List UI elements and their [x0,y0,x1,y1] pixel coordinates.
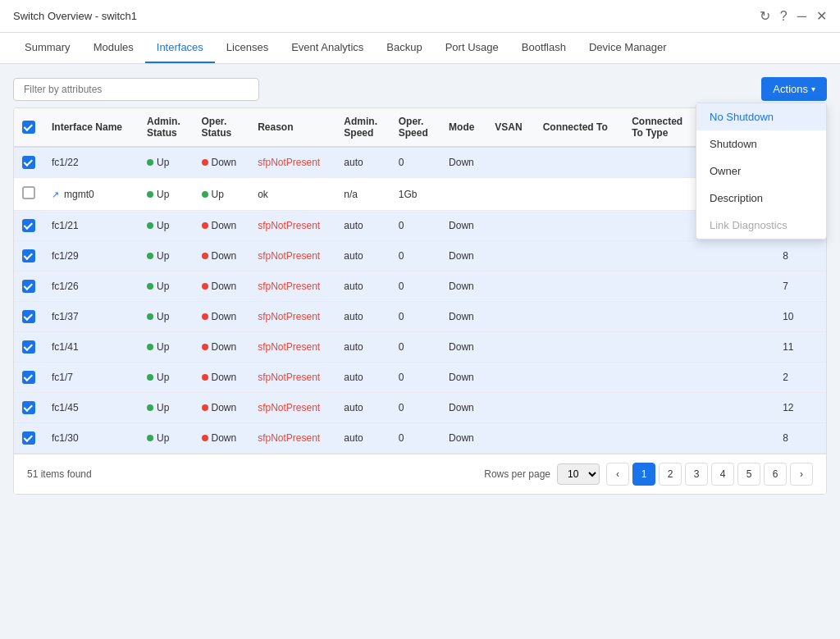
row-reason: sfpNotPresent [249,211,336,241]
row-checkbox-cell[interactable] [14,302,43,332]
chevron-down-icon: ▾ [811,84,815,94]
interface-name: fc1/37 [52,311,79,322]
tab-device-manager[interactable]: Device Manager [578,33,678,63]
row-checkbox[interactable] [22,401,35,414]
tab-backup[interactable]: Backup [375,33,433,63]
row-checkbox-cell[interactable] [14,241,43,272]
tab-summary[interactable]: Summary [13,33,82,63]
oper-status-dot [202,191,208,198]
rows-per-page-container: Rows per page 10 25 50 ‹ 1 2 3 4 5 6 › [484,463,813,486]
row-checkbox-cell[interactable] [14,178,43,211]
row-owner: 11 [774,332,826,363]
row-oper-speed: 0 [390,272,441,302]
tab-bootflash[interactable]: Bootflash [510,33,578,63]
row-mode: Down [441,241,486,272]
row-oper-speed: 0 [390,423,441,454]
rows-per-page-select[interactable]: 10 25 50 [557,463,600,485]
admin-status-dot [147,159,153,166]
row-checkbox-cell[interactable] [14,363,43,393]
row-connected-to-type [623,272,697,302]
interface-name: fc1/45 [52,402,79,413]
row-checkbox-cell[interactable] [14,272,43,302]
oper-status-dot [202,404,208,411]
minimize-icon[interactable]: ─ [797,9,806,24]
row-checkbox[interactable] [22,371,35,384]
select-all-checkbox[interactable] [22,121,35,134]
tab-licenses[interactable]: Licenses [215,33,280,63]
page-5-button[interactable]: 5 [737,463,760,486]
actions-button[interactable]: Actions ▾ [761,77,827,101]
table-footer: 51 items found Rows per page 10 25 50 ‹ … [14,454,826,494]
row-oper-speed: 0 [390,211,441,241]
page-2-button[interactable]: 2 [659,463,682,486]
row-connected-to-type [623,178,697,211]
row-mode: Down [441,332,486,363]
col-interface-name: Interface Name [43,108,139,147]
row-checkbox[interactable] [22,340,35,354]
dropdown-item-shutdown[interactable]: Shutdown [696,130,826,157]
col-reason: Reason [249,108,336,147]
row-connected-to [535,423,624,454]
page-3-button[interactable]: 3 [685,463,708,486]
row-connected-to-type [623,423,697,454]
row-admin-speed: auto [336,272,390,302]
row-checkbox[interactable] [22,249,35,262]
page-4-button[interactable]: 4 [711,463,734,486]
reason-text: sfpNotPresent [258,372,320,383]
rows-per-page-label: Rows per page [484,468,550,480]
row-connected-to-type [623,302,697,332]
row-checkbox-cell[interactable] [14,393,43,423]
help-icon[interactable]: ? [780,9,788,24]
tab-modules[interactable]: Modules [82,33,145,63]
tab-interfaces[interactable]: Interfaces [145,33,215,63]
row-reason: sfpNotPresent [249,393,336,423]
row-vsan [486,393,534,423]
row-reason: sfpNotPresent [249,241,336,272]
interface-name: fc1/30 [52,432,79,444]
row-checkbox-cell[interactable] [14,423,43,454]
row-checkbox-cell[interactable] [14,332,43,363]
row-checkbox[interactable] [22,219,35,232]
row-checkbox-cell[interactable] [14,147,43,178]
window-controls: ↻ ? ─ ✕ [760,8,827,24]
actions-container: Actions ▾ No Shutdown Shutdown Owner Des… [761,77,827,101]
row-owner: 2 [774,363,826,393]
row-owner: 8 [774,423,826,454]
row-description [697,272,774,302]
dropdown-item-owner[interactable]: Owner [696,157,826,185]
row-vsan [486,241,534,272]
actions-dropdown: No Shutdown Shutdown Owner Description L… [696,103,827,240]
page-1-button[interactable]: 1 [632,463,655,486]
row-connected-to [535,211,624,241]
row-mode: Down [441,211,486,241]
filter-input[interactable] [13,78,259,101]
select-all-header[interactable] [14,108,43,147]
prev-page-button[interactable]: ‹ [606,463,629,486]
row-checkbox[interactable] [22,280,35,293]
row-checkbox[interactable] [22,310,35,323]
dropdown-item-no-shutdown[interactable]: No Shutdown [696,103,826,130]
interface-name: fc1/7 [52,372,73,383]
next-page-button[interactable]: › [790,463,813,486]
dropdown-item-description[interactable]: Description [696,185,826,212]
row-description [697,363,774,393]
row-interface: fc1/21 [43,211,139,241]
row-oper-status: Down [194,302,250,332]
close-icon[interactable]: ✕ [816,8,827,24]
page-6-button[interactable]: 6 [764,463,787,486]
row-checkbox[interactable] [22,156,35,169]
refresh-icon[interactable]: ↻ [760,8,770,24]
row-checkbox-cell[interactable] [14,211,43,241]
tab-port-usage[interactable]: Port Usage [434,33,510,63]
row-connected-to [535,332,624,363]
interface-name: fc1/22 [52,157,79,168]
row-oper-status: Down [194,211,250,241]
row-checkbox[interactable] [22,431,35,445]
tab-event-analytics[interactable]: Event Analytics [280,33,375,63]
oper-status-dot [202,283,208,290]
row-connected-to [535,272,624,302]
row-description [697,241,774,272]
table-row: fc1/7 Up Down sfpNotPresent auto 0 Down … [14,363,826,393]
row-connected-to-type [623,363,697,393]
row-checkbox[interactable] [22,186,35,199]
